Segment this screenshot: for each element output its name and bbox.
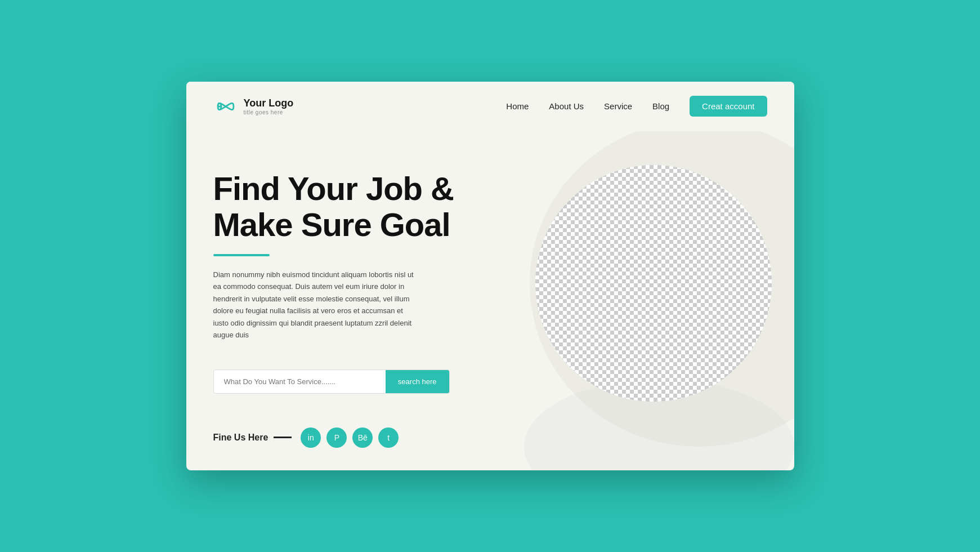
browser-window: Your Logo title goes here Home About Us … [186, 82, 794, 470]
nav-links: Home About Us Service Blog Creat account [506, 101, 767, 112]
nav-item-home[interactable]: Home [506, 101, 529, 112]
linkedin-icon[interactable]: in [301, 428, 321, 448]
logo-area: Your Logo title goes here [213, 94, 294, 119]
hero-title: Find Your Job & Make Sure Goal [213, 171, 518, 243]
social-label: Fine Us Here [213, 433, 292, 443]
nav-link-home[interactable]: Home [506, 101, 529, 111]
search-bar: search here [213, 370, 450, 394]
nav-item-service[interactable]: Service [604, 101, 632, 112]
nav-link-about[interactable]: About Us [549, 101, 584, 111]
hero-title-line2: Make Sure Goal [213, 206, 450, 243]
logo-subtitle: title goes here [244, 109, 294, 115]
placeholder-image [535, 165, 772, 402]
logo-title: Your Logo [244, 98, 294, 109]
nav-item-cta[interactable]: Creat account [690, 101, 767, 112]
pinterest-icon[interactable]: P [326, 428, 347, 448]
social-section: Fine Us Here in P Bē t [213, 428, 518, 448]
cta-button[interactable]: Creat account [690, 96, 767, 117]
nav-link-service[interactable]: Service [604, 101, 632, 111]
logo-icon [213, 94, 238, 119]
nav-link-blog[interactable]: Blog [652, 101, 669, 111]
hero-content: Find Your Job & Make Sure Goal Diam nonu… [213, 159, 518, 447]
hero-title-line1: Find Your Job & [213, 170, 454, 207]
search-input[interactable] [214, 370, 386, 393]
twitter-icon[interactable]: t [378, 428, 399, 448]
hero-section: Find Your Job & Make Sure Goal Diam nonu… [186, 131, 794, 470]
behance-icon[interactable]: Bē [352, 428, 373, 448]
hero-image-area [502, 131, 794, 470]
logo-text-block: Your Logo title goes here [244, 98, 294, 115]
social-icons: in P Bē t [301, 428, 399, 448]
hero-description: Diam nonummy nibh euismod tincidunt aliq… [213, 269, 416, 341]
nav-item-about[interactable]: About Us [549, 101, 584, 112]
nav-item-blog[interactable]: Blog [652, 101, 669, 112]
search-button[interactable]: search here [386, 370, 449, 393]
navbar: Your Logo title goes here Home About Us … [186, 82, 794, 131]
hero-divider [213, 254, 270, 256]
